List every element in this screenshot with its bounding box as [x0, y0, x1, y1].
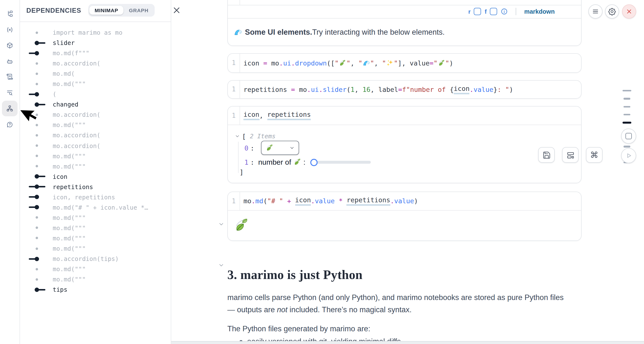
- scroll-marker[interactable]: [624, 114, 630, 115]
- minimap-item[interactable]: mo.md(""": [20, 233, 170, 243]
- minimap-item[interactable]: mo.md(""": [20, 120, 170, 130]
- code-line[interactable]: repetitions = mo.ui.slider(1, 16, label=…: [240, 85, 513, 94]
- bracket-close: ]: [240, 168, 244, 176]
- minimap-item[interactable]: mo.md(f""": [20, 48, 170, 58]
- dropdown-control[interactable]: [261, 141, 299, 155]
- slider-track[interactable]: [310, 160, 371, 164]
- code-cell-md-heading[interactable]: 1 mo.md("# " + icon.value * repetitions.…: [227, 192, 582, 241]
- slider-control[interactable]: [310, 158, 371, 166]
- code-token: *: [338, 197, 342, 205]
- markdown-source[interactable]: Some UI elements. Try interacting with t…: [240, 0, 453, 5]
- minimap-item[interactable]: tips: [20, 284, 170, 295]
- markdown-source-row[interactable]: 1 Some UI elements. Try interacting with…: [228, 0, 581, 5]
- tab-minimap[interactable]: MINIMAP: [89, 6, 124, 15]
- close-button[interactable]: [622, 4, 636, 18]
- code-token: =: [263, 59, 267, 67]
- code-token: icon: [454, 85, 470, 94]
- packages-icon[interactable]: [2, 38, 18, 53]
- slider-thumb[interactable]: [310, 158, 318, 166]
- code-line[interactable]: icon = mo.ui.dropdown(["", "", ""], valu…: [240, 59, 453, 67]
- minimap-item[interactable]: icon, repetitions: [20, 192, 170, 202]
- minimap-item[interactable]: mo.accordion(: [20, 58, 170, 68]
- ai-assistant-icon[interactable]: [2, 54, 18, 69]
- minimap-item[interactable]: (: [20, 89, 170, 99]
- code-token: ui: [283, 59, 291, 67]
- minimap-item[interactable]: mo.md(""": [20, 223, 170, 233]
- section-collapse-chevron-icon[interactable]: [218, 262, 224, 268]
- cell-edge-icon: [20, 284, 53, 295]
- minimap-item[interactable]: import marimo as mo: [20, 27, 170, 38]
- minimap-item[interactable]: mo.md(""": [20, 79, 170, 89]
- minimap-item[interactable]: mo.md(""": [20, 161, 170, 171]
- minimap-item[interactable]: slider: [20, 38, 170, 48]
- code-token: value: [474, 86, 493, 93]
- menu-button[interactable]: [588, 4, 602, 18]
- gear-icon: [608, 7, 616, 15]
- variables-icon[interactable]: [2, 22, 18, 38]
- code-token: : ": [498, 86, 509, 93]
- code-line[interactable]: icon, repetitions: [240, 111, 311, 120]
- minimap-item[interactable]: mo.md(""": [20, 243, 170, 254]
- scroll-marker[interactable]: [622, 122, 631, 123]
- chevron-down-icon: [290, 145, 295, 150]
- cell-dot-icon: [20, 233, 53, 243]
- logs-search-icon[interactable]: [2, 85, 18, 101]
- minimap-item[interactable]: mo.md(""": [20, 213, 170, 223]
- minimap-item[interactable]: mo.accordion(tips): [20, 254, 170, 264]
- dependencies-icon[interactable]: [2, 101, 18, 116]
- code-cell-slider[interactable]: 1 repetitions = mo.ui.slider(1, 16, labe…: [227, 80, 582, 98]
- file-tree-icon[interactable]: [2, 6, 18, 22]
- code-cell-expression[interactable]: 1 icon, repetitions [ 2 Items 0:: [227, 106, 582, 183]
- minimap-item[interactable]: changed: [20, 99, 170, 110]
- scroll-marker[interactable]: [622, 90, 631, 91]
- minimap-item[interactable]: mo.md(""": [20, 274, 170, 284]
- fstring-checkbox[interactable]: [490, 8, 498, 15]
- scroll-marker[interactable]: [624, 98, 630, 99]
- info-icon[interactable]: [501, 8, 508, 15]
- tab-graph[interactable]: GRAPH: [124, 6, 154, 15]
- layout-button[interactable]: [562, 147, 578, 163]
- scroll-marker[interactable]: [624, 106, 630, 107]
- language-badge[interactable]: markdown: [524, 8, 555, 15]
- minimap-item[interactable]: icon: [20, 171, 170, 182]
- cell-dot-icon: [20, 27, 53, 38]
- slider-label: number of: [258, 158, 291, 166]
- minimap-item-label: mo.md(""": [53, 80, 86, 88]
- save-button[interactable]: [538, 147, 555, 163]
- minimap-item[interactable]: repetitions: [20, 182, 170, 192]
- code-line[interactable]: mo.md("# " + icon.value * repetitions.va…: [240, 196, 418, 206]
- help-icon: [6, 121, 13, 128]
- minimap-item[interactable]: mo.md(""": [20, 151, 170, 161]
- minimap-item[interactable]: mo.accordion(: [20, 140, 170, 151]
- help-icon[interactable]: [2, 117, 18, 132]
- code-token: [335, 197, 338, 205]
- leaf-icon: [294, 158, 301, 166]
- code-token: ): [449, 59, 453, 67]
- stop-button[interactable]: [621, 128, 636, 144]
- collapse-chevron-icon[interactable]: [235, 133, 240, 139]
- leaf-icon: [438, 60, 445, 66]
- run-button[interactable]: [621, 148, 636, 163]
- scroll-marker[interactable]: [624, 146, 630, 147]
- markdown-cell[interactable]: 1 Some UI elements. Try interacting with…: [227, 0, 582, 46]
- heading-output: [228, 210, 581, 240]
- minimap-item[interactable]: mo.accordion(: [20, 130, 170, 140]
- settings-button[interactable]: [605, 4, 619, 18]
- activity-rail: [0, 0, 20, 344]
- cell-dot-icon: [20, 58, 53, 68]
- graph-icon: [6, 105, 13, 112]
- panel-close-icon[interactable]: [172, 5, 182, 15]
- minimap-item[interactable]: mo.md("# " + icon.value *…: [20, 202, 170, 213]
- code-token: (: [263, 197, 267, 205]
- snippets-icon[interactable]: [2, 69, 18, 85]
- cell-edge-icon: [20, 48, 53, 58]
- slider-label-colon: :: [304, 158, 306, 166]
- code-token: included. There’s no magical syntax.: [287, 305, 412, 313]
- minimap-item[interactable]: mo.md(: [20, 68, 170, 79]
- shortcuts-button[interactable]: ⌘: [586, 147, 602, 163]
- minimap-item[interactable]: mo.md(""": [20, 264, 170, 274]
- raw-string-checkbox[interactable]: [474, 8, 481, 15]
- floppy-icon: [542, 151, 550, 159]
- cell-collapse-chevron-icon[interactable]: [218, 221, 224, 227]
- code-cell-dropdown[interactable]: 1 icon = mo.ui.dropdown(["", "", ""], va…: [227, 53, 582, 73]
